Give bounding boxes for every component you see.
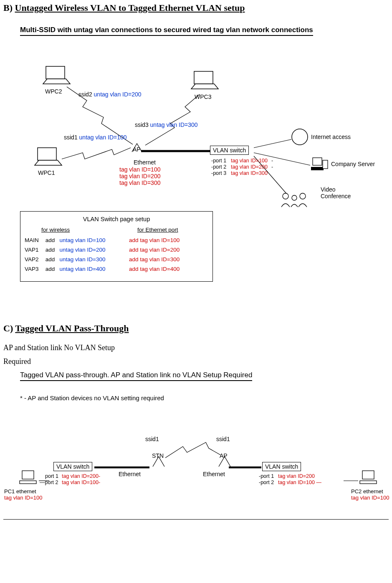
vlan-setup-title: VLAN Switch page setup: [25, 216, 208, 222]
figure-c-note: * - AP and Station devices no VLAN setti…: [20, 394, 389, 401]
eth-left: Ethernet: [119, 471, 141, 477]
wpc2-icon: [41, 65, 72, 90]
setup-eth-3: add tag vlan ID=400: [129, 266, 208, 272]
vlan-switch-right: VLAN switch: [262, 462, 301, 471]
setup-eth-1: add tag vlan ID=200: [129, 247, 208, 253]
vlan-setup-box: VLAN Switch page setup for wireless MAIN…: [20, 211, 213, 282]
apC-label: AP: [220, 452, 228, 459]
tagL2: tag vlan ID=100-: [62, 480, 100, 485]
untag300-text: untag vlan ID=300: [150, 121, 198, 128]
figure-b: Multi-SSID with untag vlan connections t…: [20, 26, 389, 307]
ssid3-text: ssid3: [135, 121, 149, 128]
section-c-heading: C) Tagged VLAN Pass-Through: [3, 323, 389, 334]
dash2: -: [271, 164, 273, 170]
company-label: Company Server: [331, 161, 375, 167]
internet-icon: [291, 128, 309, 148]
svg-rect-24: [360, 481, 377, 484]
portR2: -port 2: [259, 480, 274, 485]
figure-b-stage: WPC2 WPC3 WPC1 ssid2 untag vlan ID=200 s…: [20, 40, 387, 307]
svg-marker-9: [35, 160, 62, 165]
section-c-body2: Required: [3, 355, 389, 368]
vlan-switch-box: VLAN switch: [210, 146, 249, 155]
svg-rect-12: [311, 167, 324, 170]
vlan-switch-left: VLAN switch: [53, 462, 92, 471]
setup-row-2: VAP2 add untag vlan ID=300: [25, 256, 129, 262]
port3-label: -port 3: [211, 170, 226, 176]
port1-label: -port 1: [211, 158, 226, 164]
p3tag: tag vlan ID=300: [231, 170, 268, 176]
internet-label: Internet access: [311, 134, 351, 140]
ethtag200: tag vlan ID=200: [119, 173, 160, 179]
ap-label: AP: [133, 146, 141, 153]
dash1: -: [271, 158, 273, 164]
setup-row-1: VAP1 add untag vlan ID=200: [25, 247, 129, 253]
ssid1-right: ssid1: [216, 436, 230, 442]
svg-rect-4: [46, 66, 65, 79]
pc1-icon: [18, 469, 39, 487]
svg-marker-5: [43, 79, 70, 84]
p1tag: tag vlan ID=100: [231, 158, 268, 164]
svg-rect-23: [362, 471, 374, 479]
figure-c: Tagged VLAN pass-through. AP and Station…: [20, 371, 389, 518]
ethernet-label: Ethernet: [134, 159, 156, 166]
ssid2-text: ssid2: [78, 91, 92, 98]
section-b-prefix: B): [3, 3, 15, 13]
pc2-icon: [358, 469, 379, 487]
section-c-title: Tagged VLAN Pass-Through: [15, 323, 129, 333]
svg-rect-13: [323, 160, 328, 169]
video-label-2: Conference: [321, 193, 351, 199]
ssid1-text: ssid1: [64, 134, 78, 141]
section-c-prefix: C): [3, 323, 15, 333]
setup-eth-2: add tag vlan ID=300: [129, 256, 208, 262]
untag200-text: untag vlan ID=200: [94, 91, 142, 98]
setup-head-eth: for Ethernet port: [129, 227, 208, 233]
ssid3-label: ssid3 untag vlan ID=300: [135, 121, 198, 128]
setup-head-wireless: for wireless: [25, 227, 129, 233]
svg-rect-8: [38, 148, 56, 160]
svg-marker-7: [191, 84, 218, 89]
ethtag300: tag vlan ID=300: [119, 179, 160, 186]
figure-c-stage: ssid1 ssid1 STN AP VLAN switch Ethernet …: [20, 414, 387, 518]
video-conf-icon: [280, 191, 309, 210]
video-label-1: Video: [321, 186, 336, 193]
ssid1-label: ssid1 untag vlan ID=100: [64, 134, 127, 141]
section-b-title: Untagged Wireless VLAN to Tagged Etherne…: [15, 3, 245, 13]
pc1-label-a: PC1 ethernet: [4, 488, 36, 495]
tagR2: tag vlan ID=100 —: [278, 480, 321, 485]
wpc2-label: WPC2: [45, 88, 62, 95]
pc1-label-b: tag vlan ID=100: [4, 495, 42, 501]
svg-point-15: [292, 195, 297, 200]
svg-point-14: [283, 193, 288, 199]
figure-b-title: Multi-SSID with untag vlan connections t…: [20, 26, 313, 36]
figure-c-title: Tagged VLAN pass-through. AP and Station…: [20, 371, 252, 381]
svg-rect-22: [20, 481, 36, 484]
portL2: —port 2: [40, 480, 58, 485]
svg-rect-11: [313, 158, 322, 165]
svg-rect-21: [22, 471, 34, 479]
tagL1: tag vlan ID=200-: [62, 473, 100, 479]
setup-eth-0: add tag vlan ID=100: [129, 237, 208, 243]
svg-line-1: [254, 139, 291, 148]
wpc1-label: WPC1: [38, 169, 55, 176]
wpc3-icon: [189, 70, 220, 95]
eth-right: Ethernet: [203, 471, 225, 477]
portL1: port 1: [45, 473, 58, 479]
bottom-rule: [3, 519, 389, 520]
section-c-body1: AP and Station link No VLAN Setup: [3, 341, 389, 354]
wpc3-label: WPC3: [195, 93, 211, 100]
company-server-icon: [311, 157, 329, 174]
ssid2-label: ssid2 untag vlan ID=200: [78, 91, 142, 98]
svg-point-10: [292, 129, 308, 145]
p2tag: tag vlan ID=200: [231, 164, 268, 170]
port2-label: -port 2: [211, 164, 226, 170]
ethtag100: tag vlan ID=100: [119, 166, 160, 173]
untag100-text: untag vlan ID=100: [79, 134, 127, 141]
tagR1: tag vlan ID=200: [278, 473, 315, 479]
wpc1-icon: [33, 146, 64, 171]
setup-row-3: VAP3 add untag vlan ID=400: [25, 266, 129, 272]
svg-rect-6: [194, 71, 213, 84]
svg-point-16: [300, 193, 306, 199]
section-b-heading: B) Untagged Wireless VLAN to Tagged Ethe…: [3, 3, 389, 13]
setup-row-0: MAIN add untag vlan ID=100: [25, 237, 129, 243]
portR1: -port 1: [259, 473, 274, 479]
